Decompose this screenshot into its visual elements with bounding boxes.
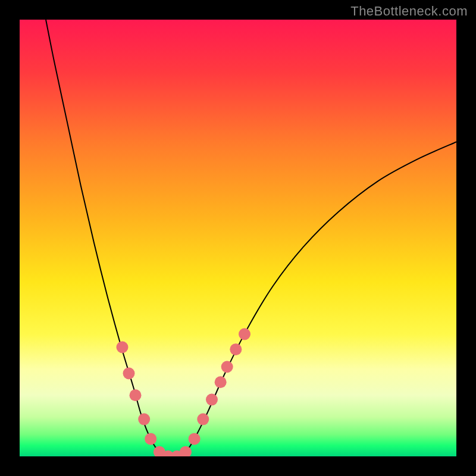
highlight-dot bbox=[197, 414, 209, 425]
watermark-text: TheBottleneck.com bbox=[350, 4, 468, 19]
highlight-dot bbox=[130, 389, 142, 401]
highlight-dot bbox=[138, 414, 150, 425]
highlight-dot bbox=[230, 343, 242, 355]
highlight-dot bbox=[180, 446, 192, 458]
highlight-dot bbox=[215, 376, 227, 388]
highlight-dot bbox=[189, 433, 201, 445]
bottleneck-plot bbox=[0, 0, 476, 476]
highlight-dot bbox=[123, 368, 135, 380]
highlight-dot bbox=[221, 361, 233, 373]
gradient-background bbox=[20, 20, 456, 456]
highlight-dot bbox=[145, 433, 156, 445]
highlight-dot bbox=[116, 342, 128, 353]
chart-stage: TheBottleneck.com bbox=[0, 0, 476, 476]
highlight-dot bbox=[239, 328, 250, 340]
highlight-dot bbox=[206, 394, 218, 406]
